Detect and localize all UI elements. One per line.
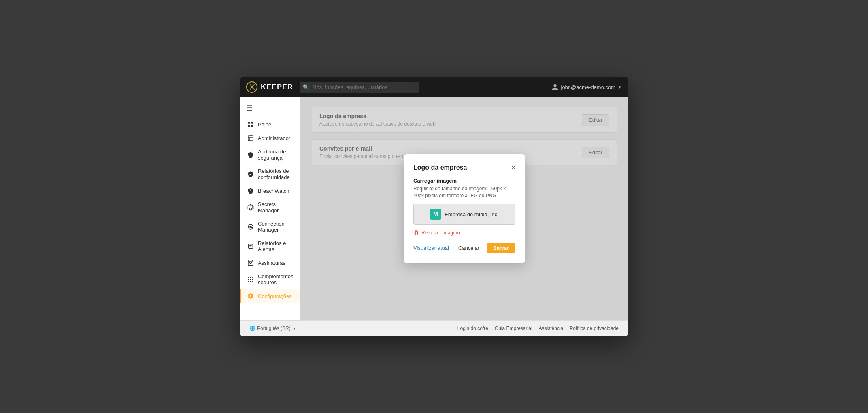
svg-rect-26: [252, 281, 253, 282]
sidebar-item-label: Secrets Manager: [258, 201, 294, 213]
sidebar-item-label: Assinaturas: [258, 260, 285, 266]
keeper-logo-icon: [246, 81, 257, 93]
search-input[interactable]: [300, 82, 419, 93]
footer-link-cofre[interactable]: Login do cofre: [457, 326, 488, 331]
upload-desc: Requisito de tamanho da imagem: 160px x …: [413, 185, 515, 199]
modal-actions: Cancelar Salvar: [454, 243, 515, 253]
user-email: john@acme-demo.com: [561, 84, 616, 90]
modal-header: Logo da empresa ×: [413, 164, 515, 171]
sidebar-item-label: Painel: [258, 121, 272, 128]
image-preview-box: M Empresa de mídia, Inc.: [413, 204, 515, 225]
remove-image-button[interactable]: 🗑 Remover imagem: [413, 230, 515, 236]
user-dropdown-icon: ▼: [618, 85, 622, 89]
assinaturas-icon: [247, 260, 254, 266]
sidebar-item-label: Auditoria de segurança: [258, 149, 294, 161]
cancel-button[interactable]: Cancelar: [454, 243, 483, 253]
globe-icon: 🌐: [249, 326, 255, 331]
svg-rect-21: [248, 279, 249, 280]
sidebar-item-label: Relatórios de conformidade: [258, 168, 294, 180]
sidebar-item-label: Complementos seguros: [258, 273, 294, 285]
svg-point-9: [250, 192, 251, 192]
footer-link-privacidade[interactable]: Política de privacidade: [570, 326, 619, 331]
sidebar-item-secrets-manager[interactable]: Secrets Manager: [240, 198, 300, 217]
company-name: Empresa de mídia, Inc.: [445, 211, 499, 217]
auditoria-icon: [247, 151, 254, 158]
app-body: ☰ Painel Administrador Auditoria de segu…: [240, 97, 628, 320]
language-dropdown-icon: ▼: [292, 326, 296, 331]
sidebar-item-relatorios-conformidade[interactable]: Relatórios de conformidade: [240, 164, 300, 184]
company-avatar: M: [430, 209, 441, 220]
svg-rect-22: [250, 279, 251, 280]
search-bar[interactable]: 🔍: [300, 82, 419, 93]
sidebar-item-auditoria[interactable]: Auditoria de segurança: [240, 145, 300, 164]
sidebar-item-label: Administrador: [258, 135, 290, 141]
svg-rect-20: [252, 277, 253, 278]
painel-icon: [247, 121, 254, 128]
modal-close-button[interactable]: ×: [511, 164, 515, 171]
sidebar-item-assinaturas[interactable]: Assinaturas: [240, 256, 300, 270]
header: KEEPER 🔍 john@acme-demo.com ▼: [240, 77, 628, 97]
breachwatch-icon: [247, 187, 254, 194]
modal-overlay: Logo da empresa × Carregar imagem Requis…: [300, 97, 628, 320]
svg-rect-5: [248, 136, 253, 141]
company-logo-modal: Logo da empresa × Carregar imagem Requis…: [404, 154, 525, 264]
save-button[interactable]: Salvar: [487, 243, 515, 253]
svg-rect-1: [248, 122, 250, 124]
svg-rect-18: [248, 277, 249, 278]
svg-rect-23: [252, 279, 253, 280]
connection-manager-icon: [247, 224, 254, 230]
footer-links: Login do cofre Guia Empresarial Assistên…: [457, 326, 619, 331]
account-icon: [551, 83, 559, 91]
svg-rect-2: [251, 122, 253, 124]
svg-rect-19: [250, 277, 251, 278]
search-icon: 🔍: [303, 84, 309, 90]
modal-title: Logo da empresa: [413, 164, 467, 171]
modal-footer: Visualizar atual Cancelar Salvar: [413, 243, 515, 253]
footer-link-guia[interactable]: Guia Empresarial: [495, 326, 532, 331]
sidebar-item-label: Relatórios e Alertas: [258, 240, 294, 252]
conformidade-icon: [247, 171, 254, 177]
svg-rect-14: [249, 244, 253, 249]
sidebar-item-complementos[interactable]: Complementos seguros: [240, 270, 300, 289]
sidebar-item-painel[interactable]: Painel: [240, 117, 300, 131]
sidebar-item-configuracoes[interactable]: Configurações: [240, 289, 300, 303]
sidebar-item-label: Connection Manager: [258, 221, 294, 233]
relatorios-icon: [247, 243, 254, 249]
configuracoes-icon: [247, 293, 254, 299]
sidebar: ☰ Painel Administrador Auditoria de segu…: [240, 97, 300, 320]
sidebar-item-administrador[interactable]: Administrador: [240, 131, 300, 145]
sidebar-menu-toggle[interactable]: ☰: [240, 100, 300, 116]
logo: KEEPER: [246, 81, 293, 93]
svg-rect-24: [248, 281, 249, 282]
sidebar-item-relatorios-alertas[interactable]: Relatórios e Alertas: [240, 236, 300, 256]
footer: 🌐 Português (BR) ▼ Login do cofre Guia E…: [240, 320, 628, 336]
complementos-icon: [247, 276, 254, 283]
svg-marker-11: [249, 206, 252, 209]
footer-link-assistencia[interactable]: Assistência: [539, 326, 564, 331]
administrador-icon: [247, 135, 254, 141]
upload-label: Carregar imagem: [413, 178, 515, 184]
svg-rect-3: [248, 125, 250, 127]
sidebar-item-breachwatch[interactable]: BreachWatch: [240, 184, 300, 198]
trash-icon: 🗑: [413, 230, 419, 236]
logo-text: KEEPER: [261, 83, 293, 92]
user-info[interactable]: john@acme-demo.com ▼: [551, 83, 622, 91]
view-current-link[interactable]: Visualizar atual: [413, 245, 449, 251]
language-selector[interactable]: 🌐 Português (BR) ▼: [249, 326, 296, 331]
remove-image-label: Remover imagem: [421, 230, 460, 236]
sidebar-item-label: Configurações: [258, 293, 292, 299]
language-label: Português (BR): [257, 326, 291, 331]
secrets-manager-icon: [247, 204, 254, 211]
svg-rect-4: [251, 125, 253, 127]
app-window: KEEPER 🔍 john@acme-demo.com ▼ ☰ Painel A…: [240, 77, 628, 336]
main-content: Logo da empresa Aparece no cabeçalho de …: [300, 97, 628, 320]
sidebar-item-connection-manager[interactable]: Connection Manager: [240, 217, 300, 236]
sidebar-item-label: BreachWatch: [258, 188, 289, 194]
svg-rect-25: [250, 281, 251, 282]
